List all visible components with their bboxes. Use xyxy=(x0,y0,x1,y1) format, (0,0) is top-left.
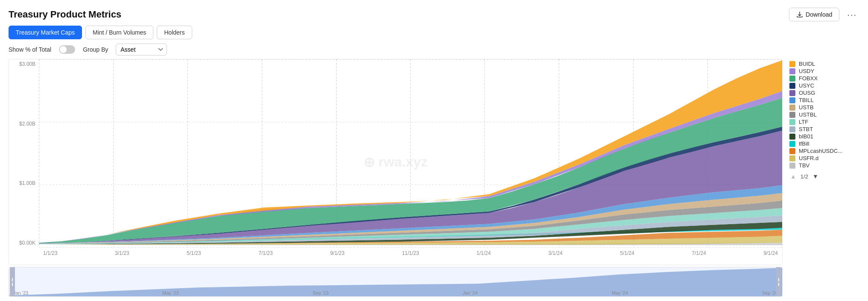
minimap-label-5: Sep '24 xyxy=(762,290,778,295)
x-label-0: 1/1/23 xyxy=(43,250,57,256)
show-percent-toggle[interactable] xyxy=(59,45,75,54)
group-by-select[interactable]: Asset Protocol Chain xyxy=(116,44,167,56)
legend-label-USTBL: USTBL xyxy=(799,111,817,118)
more-options-button[interactable]: ··· xyxy=(845,8,859,21)
x-label-9: 7/1/24 xyxy=(692,250,706,256)
minimap-handle-right[interactable] xyxy=(776,267,781,296)
y-axis: $3.00B $2.00B $1.00B $0.00K xyxy=(9,59,39,248)
chart-canvas: $3.00B $2.00B $1.00B $0.00K xyxy=(9,59,783,265)
legend-label-USTB: USTB xyxy=(799,104,814,111)
group-by-label: Group By xyxy=(83,46,108,53)
legend-color-USTBL xyxy=(789,112,795,118)
minimap-labels: Jan '23 May '23 Sep '23 Jan '24 May '24 … xyxy=(9,289,782,296)
controls-row: Show % of Total Group By Asset Protocol … xyxy=(9,44,859,56)
chart-area: $3.00B $2.00B $1.00B $0.00K xyxy=(9,59,859,297)
legend-page-indicator: 1/2 xyxy=(801,173,808,180)
legend-label-FOBXX: FOBXX xyxy=(799,75,818,82)
x-label-1: 3/1/23 xyxy=(115,250,129,256)
legend-prev-button[interactable]: ▲ xyxy=(789,172,797,181)
legend-color-USDY xyxy=(789,68,795,74)
legend-item-FOBXX[interactable]: FOBXX xyxy=(789,75,859,82)
tabs-row: Treasury Market Caps Mint / Burn Volumes… xyxy=(9,26,859,39)
legend-label-USDY: USDY xyxy=(799,68,814,74)
legend-label-MPLcashUSDC: MPLcashUSDC... xyxy=(799,148,842,154)
legend-pagination: ▲ 1/2 ▼ xyxy=(789,172,859,181)
legend-item-USTBL[interactable]: USTBL xyxy=(789,111,859,118)
legend-item-USTB[interactable]: USTB xyxy=(789,104,859,111)
legend-color-STBT xyxy=(789,126,795,132)
legend-color-FOBXX xyxy=(789,76,795,82)
x-label-10: 9/1/24 xyxy=(764,250,778,256)
show-percent-label: Show % of Total xyxy=(9,46,51,53)
legend-label-TBILL: TBILL xyxy=(799,97,814,103)
legend-color-USYC xyxy=(789,83,795,89)
minimap: Jan '23 May '23 Sep '23 Jan '24 May '24 … xyxy=(9,267,783,297)
legend-color-bIB01 xyxy=(789,134,795,140)
minimap-label-2: Sep '23 xyxy=(313,290,328,295)
legend-color-USFRd xyxy=(789,155,795,161)
legend-item-USFRd[interactable]: USFR.d xyxy=(789,155,859,161)
legend-label-LTF: LTF xyxy=(799,119,808,125)
x-label-4: 9/1/23 xyxy=(330,250,344,256)
chart-svg xyxy=(39,59,782,248)
legend-color-TBILL xyxy=(789,97,795,103)
legend-item-TBILL[interactable]: TBILL xyxy=(789,97,859,103)
minimap-label-1: May '23 xyxy=(162,290,179,295)
page-title: Treasury Product Metrics xyxy=(9,9,121,20)
header-actions: Download ··· xyxy=(789,8,859,21)
legend-label-STBT: STBT xyxy=(799,126,813,132)
legend-item-tfBill[interactable]: tfBill xyxy=(789,140,859,147)
legend-label-TBV: TBV xyxy=(799,162,809,169)
legend-color-TBV xyxy=(789,163,795,169)
legend-label-BUIDL: BUIDL xyxy=(799,61,815,67)
legend-item-LTF[interactable]: LTF xyxy=(789,119,859,125)
legend-color-OUSG xyxy=(789,90,795,96)
legend-color-LTF xyxy=(789,119,795,125)
x-label-6: 1/1/24 xyxy=(477,250,491,256)
legend-item-MPLcashUSDC[interactable]: MPLcashUSDC... xyxy=(789,148,859,154)
legend-item-bIB01[interactable]: bIB01 xyxy=(789,133,859,140)
legend-color-USTB xyxy=(789,105,795,111)
x-label-7: 3/1/24 xyxy=(548,250,563,256)
download-icon xyxy=(796,11,803,18)
legend-color-BUIDL xyxy=(789,61,795,67)
minimap-label-0: Jan '23 xyxy=(13,290,28,295)
legend-color-tfBill xyxy=(789,141,795,147)
legend-label-OUSG: OUSG xyxy=(799,90,815,96)
download-button[interactable]: Download xyxy=(789,8,839,21)
legend-color-MPLcashUSDC xyxy=(789,148,795,154)
y-label-3b: $3.00B xyxy=(9,61,35,67)
tab-mint-burn-volumes[interactable]: Mint / Burn Volumes xyxy=(85,26,153,39)
x-label-2: 5/1/23 xyxy=(187,250,201,256)
header-row: Treasury Product Metrics Download ··· xyxy=(9,8,859,21)
legend-item-STBT[interactable]: STBT xyxy=(789,126,859,132)
y-label-0k: $0.00K xyxy=(9,240,35,246)
minimap-handle-left[interactable] xyxy=(10,267,15,296)
legend-item-BUIDL[interactable]: BUIDL xyxy=(789,61,859,67)
legend-item-OUSG[interactable]: OUSG xyxy=(789,90,859,96)
legend-item-USDY[interactable]: USDY xyxy=(789,68,859,74)
x-label-8: 5/1/24 xyxy=(620,250,634,256)
chart-main: $3.00B $2.00B $1.00B $0.00K xyxy=(9,59,783,297)
legend-item-TBV[interactable]: TBV xyxy=(789,162,859,169)
legend-next-button[interactable]: ▼ xyxy=(812,172,819,181)
legend-label-USYC: USYC xyxy=(799,82,814,89)
x-label-5: 11/1/23 xyxy=(402,250,419,256)
x-label-3: 7/1/23 xyxy=(258,250,273,256)
tab-treasury-market-caps[interactable]: Treasury Market Caps xyxy=(9,26,82,39)
legend-label-bIB01: bIB01 xyxy=(799,133,813,140)
legend-label-USFRd: USFR.d xyxy=(799,155,818,161)
legend-label-tfBill: tfBill xyxy=(799,140,809,147)
legend-item-USYC[interactable]: USYC xyxy=(789,82,859,89)
legend: BUIDL USDY FOBXX USYC OUSG TBILL xyxy=(783,59,859,297)
main-container: Treasury Product Metrics Download ··· Tr… xyxy=(0,0,868,301)
x-axis: 1/1/23 3/1/23 5/1/23 7/1/23 9/1/23 11/1/… xyxy=(39,248,782,265)
y-label-1b: $1.00B xyxy=(9,180,35,186)
tab-holders[interactable]: Holders xyxy=(157,26,192,39)
minimap-label-4: May '24 xyxy=(612,290,628,295)
y-label-2b: $2.00B xyxy=(9,121,35,127)
minimap-label-3: Jan '24 xyxy=(463,290,478,295)
